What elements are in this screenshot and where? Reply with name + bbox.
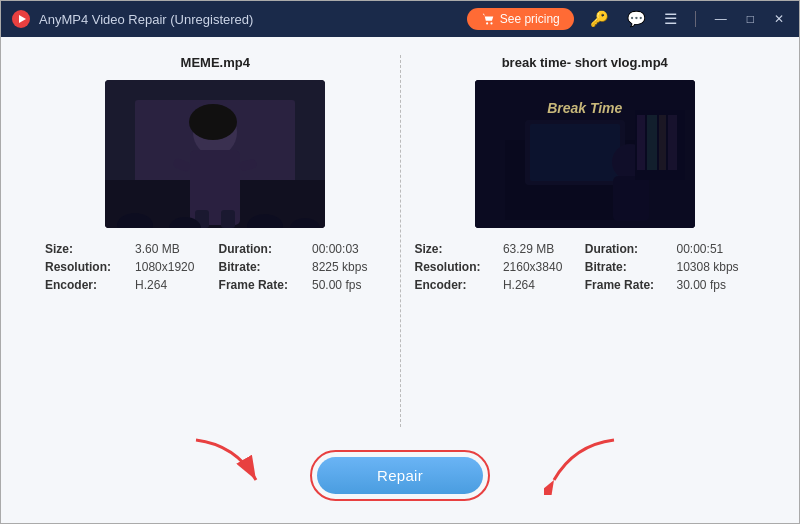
maximize-button[interactable]: □ [742, 10, 759, 28]
left-arrow-icon [186, 435, 266, 495]
right-bitrate-value: 10308 kbps [677, 260, 755, 274]
app-logo-icon [11, 9, 31, 29]
right-encoder-label: Encoder: [415, 278, 497, 292]
right-duration-value: 00:00:51 [677, 242, 755, 256]
repair-button-wrapper: Repair [310, 450, 490, 501]
right-meta-grid: Size: 63.29 MB Duration: 00:00:51 Resolu… [411, 242, 760, 292]
left-encoder-label: Encoder: [45, 278, 129, 292]
pricing-btn-label: See pricing [500, 12, 560, 26]
left-video-thumbnail [105, 80, 325, 228]
minimize-button[interactable]: — [710, 10, 732, 28]
right-duration-label: Duration: [585, 242, 671, 256]
left-duration-value: 00:00:03 [312, 242, 385, 256]
see-pricing-button[interactable]: See pricing [467, 8, 574, 30]
titlebar-controls: 🔑 💬 ☰ — □ ✕ [586, 8, 789, 30]
svg-point-2 [486, 22, 488, 24]
titlebar-separator [695, 11, 696, 27]
left-resolution-value: 1080x1920 [135, 260, 212, 274]
left-size-label: Size: [45, 242, 129, 256]
left-encoder-value: H.264 [135, 278, 212, 292]
svg-point-3 [490, 22, 492, 24]
right-thumb-overlay: Break Time [475, 80, 695, 228]
panels-row: MEME.mp4 [31, 55, 769, 427]
right-bitrate-label: Bitrate: [585, 260, 671, 274]
left-panel-title: MEME.mp4 [181, 55, 250, 70]
left-size-value: 3.60 MB [135, 242, 212, 256]
app-title: AnyMP4 Video Repair (Unregistered) [39, 12, 467, 27]
right-arrow-icon [544, 435, 624, 495]
left-resolution-label: Resolution: [45, 260, 129, 274]
right-resolution-label: Resolution: [415, 260, 497, 274]
left-framerate-label: Frame Rate: [219, 278, 306, 292]
left-framerate-value: 50.00 fps [312, 278, 385, 292]
right-panel: break time- short vlog.mp4 [400, 55, 770, 427]
right-size-label: Size: [415, 242, 497, 256]
left-bitrate-value: 8225 kbps [312, 260, 385, 274]
titlebar: AnyMP4 Video Repair (Unregistered) See p… [1, 1, 799, 37]
right-resolution-value: 2160x3840 [503, 260, 579, 274]
right-thumb-overlay-text: Break Time [547, 100, 622, 116]
repair-button[interactable]: Repair [317, 457, 483, 494]
right-encoder-value: H.264 [503, 278, 579, 292]
right-size-value: 63.29 MB [503, 242, 579, 256]
right-framerate-label: Frame Rate: [585, 278, 671, 292]
left-panel: MEME.mp4 [31, 55, 400, 427]
bottom-repair-section: Repair [31, 435, 769, 515]
left-bitrate-label: Bitrate: [219, 260, 306, 274]
left-meta-grid: Size: 3.60 MB Duration: 00:00:03 Resolut… [41, 242, 390, 292]
svg-point-9 [189, 104, 237, 140]
right-framerate-value: 30.00 fps [677, 278, 755, 292]
menu-icon[interactable]: ☰ [660, 8, 681, 30]
left-duration-label: Duration: [219, 242, 306, 256]
right-panel-title: break time- short vlog.mp4 [502, 55, 668, 70]
chat-icon[interactable]: 💬 [623, 8, 650, 30]
main-content: MEME.mp4 [1, 37, 799, 524]
close-button[interactable]: ✕ [769, 10, 789, 28]
cart-icon [481, 12, 495, 26]
svg-rect-11 [221, 210, 235, 228]
left-thumb-image [105, 80, 325, 228]
right-video-thumbnail: Break Time [475, 80, 695, 228]
key-icon[interactable]: 🔑 [586, 8, 613, 30]
